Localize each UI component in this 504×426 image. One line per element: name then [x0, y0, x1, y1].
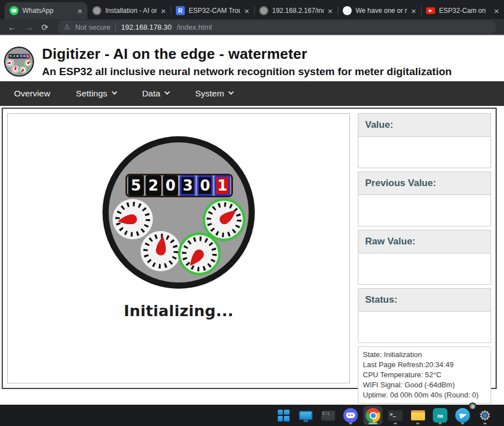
back-icon[interactable]: ← — [8, 23, 16, 31]
previous-value-header: Previous Value: — [358, 172, 491, 195]
nav-item-overview[interactable]: Overview — [1, 81, 63, 106]
value-cell — [358, 137, 491, 168]
not-secure-warning-icon: ⚠ — [64, 23, 71, 31]
value-header: Value: — [358, 113, 491, 137]
meter-digit: 3 — [180, 175, 195, 196]
meter-dial — [138, 229, 183, 274]
logo-digit: 0 — [16, 54, 19, 58]
close-icon[interactable]: × — [161, 7, 166, 15]
tab-whatsapp[interactable]: ☎ WhatsApp × — [4, 2, 87, 19]
close-icon[interactable]: × — [411, 7, 416, 15]
browser-tab-strip: ☎ WhatsApp × Installation - AI on the × … — [0, 0, 504, 19]
close-icon[interactable]: × — [244, 7, 249, 15]
watermeter-favicon — [259, 6, 268, 15]
taskbar-arduino-app[interactable]: ∞ — [429, 405, 451, 426]
meter-digit: 0 — [163, 175, 179, 196]
app-logo: 5 2 0 3 0 1 — [4, 47, 34, 77]
address-bar[interactable]: ⚠ Not secure 192.168.178.30 /index.html — [57, 20, 496, 34]
taskbar-explorer-app[interactable] — [407, 405, 429, 426]
tab-title: WhatsApp — [22, 7, 73, 15]
taskbar-terminal-app[interactable]: >_ — [384, 405, 407, 426]
nav-label: Settings — [76, 89, 108, 99]
nav-item-settings[interactable]: Settings — [63, 81, 129, 106]
url-divider — [115, 23, 116, 31]
folder-icon — [411, 410, 425, 420]
chevron-down-icon — [165, 89, 170, 95]
taskbar-telegram-app[interactable]: 4 — [451, 405, 474, 426]
taskbar-display-app[interactable] — [295, 405, 317, 426]
nav-label: Overview — [14, 89, 50, 99]
tab-youtube[interactable]: ▶ ESP32-Cam on × — [421, 2, 504, 19]
github-icon — [343, 6, 352, 15]
status-cell — [358, 312, 491, 343]
close-icon[interactable]: × — [494, 7, 499, 15]
chevron-down-icon — [228, 89, 234, 95]
logo-digit: 0 — [23, 54, 26, 58]
nav-item-data[interactable]: Data — [129, 81, 183, 106]
logo-digit: 5 — [9, 54, 12, 58]
status-line-cpu-temp: CPU Temperature: 52°C — [363, 370, 486, 380]
system-status-block: State: Initialization Last Page Refresh:… — [358, 346, 491, 404]
forward-icon[interactable]: → — [25, 23, 33, 31]
tab-title: Installation - AI on the — [105, 7, 157, 15]
tab-title: ESP32-CAM Troubles — [189, 7, 240, 15]
close-icon[interactable]: × — [77, 7, 82, 15]
discord-icon — [343, 408, 358, 423]
watermeter-image: 5 2 0 3 0 1 — [102, 136, 255, 289]
telegram-icon — [455, 408, 470, 423]
meter-digit: 5 — [128, 175, 144, 196]
security-label: Not secure — [75, 23, 110, 31]
tab-title: ESP32-Cam on — [439, 7, 490, 15]
whatsapp-icon: ☎ — [10, 6, 18, 15]
taskbar-cmd-app[interactable]: C:\ — [317, 405, 339, 426]
chrome-icon — [366, 408, 380, 423]
terminal-icon: >_ — [388, 410, 403, 421]
gear-center-dot — [483, 413, 487, 418]
tab-esp32-troubles[interactable]: R ESP32-CAM Troubles × — [171, 2, 254, 19]
reload-icon[interactable]: ⟳ — [41, 23, 49, 31]
tab-title: We have one or more — [356, 7, 407, 15]
reddit-icon: R — [176, 6, 185, 15]
nav-label: System — [195, 89, 224, 99]
tab-installation[interactable]: Installation - AI on the × — [87, 2, 171, 19]
chevron-down-icon — [111, 89, 117, 95]
url-path: /index.html — [177, 23, 212, 31]
monitor-icon — [299, 411, 312, 420]
logo-digit: 3 — [19, 54, 22, 58]
windows-taskbar: C:\ >_ ∞ 4 ⚙ — [0, 405, 504, 426]
arduino-icon: ∞ — [433, 408, 447, 423]
tab-title: 192.168.2.167/index.h — [272, 7, 324, 15]
tab-github-issue[interactable]: We have one or more × — [338, 2, 421, 19]
content-area: 5 2 0 3 0 1 Initializing... Value: Previ… — [2, 108, 497, 389]
start-button[interactable] — [272, 405, 295, 426]
watermeter-favicon — [92, 6, 101, 15]
nav-item-system[interactable]: System — [182, 81, 246, 106]
windows-logo-icon — [278, 410, 290, 422]
url-host: 192.168.178.30 — [121, 23, 171, 31]
status-line-state: State: Initialization — [363, 350, 486, 360]
site-header: 5 2 0 3 0 1 Digitizer - AI on the edge -… — [0, 36, 504, 81]
camera-image-panel: 5 2 0 3 0 1 Initializing... — [7, 113, 350, 383]
command-prompt-icon: C:\ — [321, 410, 335, 421]
meter-digit: 1 — [214, 175, 230, 196]
raw-value-cell — [358, 253, 491, 285]
meter-counter: 5 2 0 3 0 1 — [125, 174, 233, 197]
close-icon[interactable]: × — [328, 7, 333, 15]
status-header: Status: — [358, 288, 491, 312]
browser-toolbar: ← → ⟳ ⚠ Not secure 192.168.178.30 /index… — [0, 19, 504, 36]
status-line-uptime: Uptime: 0d 00h 00m 40s (Round: 0) — [363, 390, 486, 400]
notification-badge: 4 — [469, 402, 477, 410]
taskbar-chrome-app[interactable] — [362, 405, 384, 426]
taskbar-settings-app[interactable]: ⚙ — [474, 405, 496, 426]
initializing-status: Initializing... — [124, 302, 234, 320]
taskbar-discord-app[interactable] — [339, 405, 362, 426]
youtube-icon: ▶ — [426, 7, 435, 14]
values-sidebar: Value: Previous Value: Raw Value: Status… — [358, 113, 491, 383]
meter-digit: 0 — [197, 175, 213, 196]
tab-local-device[interactable]: 192.168.2.167/index.h × — [254, 2, 338, 19]
nav-label: Data — [142, 89, 161, 99]
status-line-wifi: WIFI Signal: Good (-64dBm) — [363, 380, 486, 390]
page-subtitle: An ESP32 all inclusive neural network re… — [42, 66, 452, 78]
page-title: Digitizer - AI on the edge - watermeter — [42, 45, 452, 63]
status-line-refresh: Last Page Refresh:20:34:49 — [363, 360, 486, 370]
